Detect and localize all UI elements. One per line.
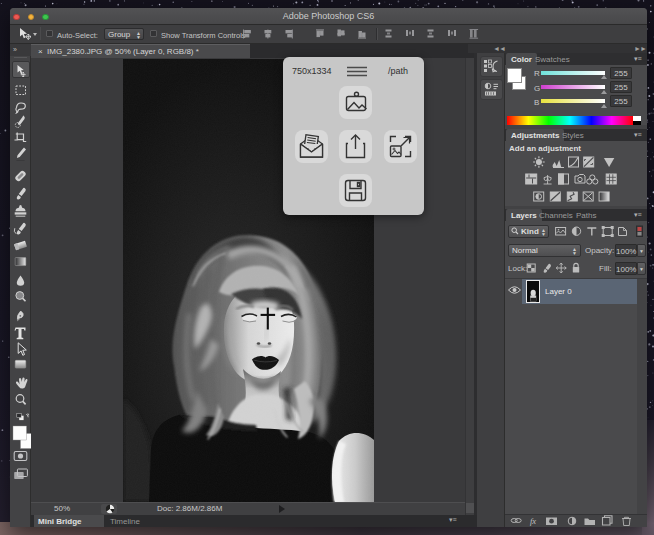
svg-text:fx: fx (530, 516, 536, 526)
